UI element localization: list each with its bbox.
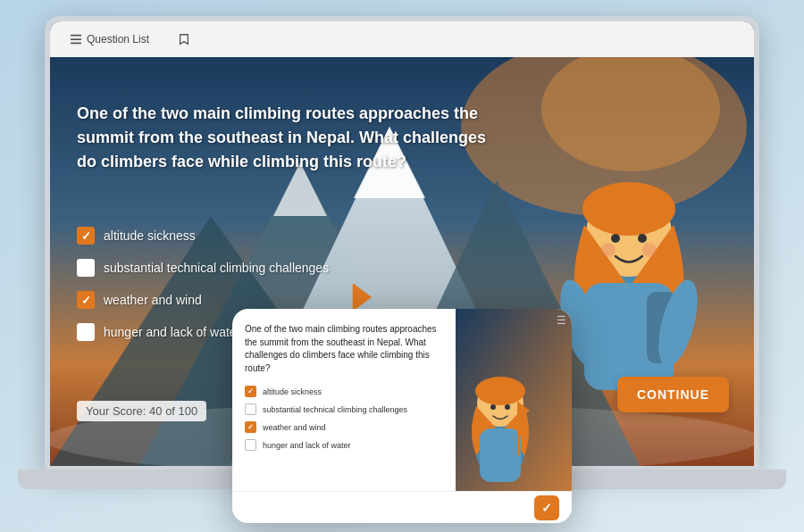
mobile-inner: One of the two main climbing routes appr… xyxy=(232,309,572,491)
svg-point-21 xyxy=(642,243,657,257)
option-item-3[interactable]: weather and wind xyxy=(77,291,329,309)
svg-marker-33 xyxy=(518,402,530,420)
checkbox-4[interactable] xyxy=(77,323,95,341)
svg-point-17 xyxy=(582,182,675,236)
continue-button[interactable]: CONTINUE xyxy=(617,377,729,412)
mobile-device: One of the two main climbing routes appr… xyxy=(232,309,572,523)
mobile-content: One of the two main climbing routes appr… xyxy=(232,309,456,491)
mobile-checkbox-2[interactable] xyxy=(245,403,256,415)
svg-point-20 xyxy=(601,243,616,257)
mobile-bottom-bar: ✓ xyxy=(232,491,572,523)
option-label-3: weather and wind xyxy=(104,293,202,307)
mobile-options-list: altitude sickness substantial technical … xyxy=(245,386,443,451)
mobile-option-1[interactable]: altitude sickness xyxy=(245,386,443,397)
option-item-2[interactable]: substantial technical climbing challenge… xyxy=(77,259,329,277)
mobile-option-3[interactable]: weather and wind xyxy=(245,421,443,433)
mobile-option-label-1: altitude sickness xyxy=(263,387,322,396)
mobile-checkbox-4[interactable] xyxy=(245,439,256,451)
svg-rect-2 xyxy=(71,43,81,45)
mobile-image-panel: ☰ xyxy=(456,309,572,491)
option-label-2: substantial technical climbing challenge… xyxy=(104,261,329,275)
score-text: Your Score: 40 of 100 xyxy=(77,401,206,421)
mobile-question-text: One of the two main climbing routes appr… xyxy=(245,323,443,375)
svg-rect-1 xyxy=(71,38,81,40)
bookmark-button[interactable] xyxy=(171,29,197,49)
question-text: One of the two main climbing routes appr… xyxy=(77,102,488,174)
svg-point-29 xyxy=(490,404,496,410)
checkbox-1[interactable] xyxy=(77,227,95,245)
mobile-checkbox-1[interactable] xyxy=(245,386,256,397)
svg-marker-14 xyxy=(354,284,372,311)
option-label-4: hunger and lack of water xyxy=(104,325,240,339)
question-list-button[interactable]: Question List xyxy=(63,29,156,49)
question-list-label: Question List xyxy=(87,33,149,46)
mobile-checkbox-3[interactable] xyxy=(245,421,256,433)
checkbox-3[interactable] xyxy=(77,291,95,309)
option-item-1[interactable]: altitude sickness xyxy=(77,227,329,245)
option-label-1: altitude sickness xyxy=(104,229,196,243)
mobile-option-label-2: substantial technical climbing challenge… xyxy=(263,405,407,414)
bookmark-icon xyxy=(178,33,190,46)
mobile-option-label-4: hunger and lack of water xyxy=(263,441,351,450)
mobile-check-button[interactable]: ✓ xyxy=(534,495,559,520)
mobile-option-4[interactable]: hunger and lack of water xyxy=(245,439,443,451)
list-icon xyxy=(70,33,82,46)
checkbox-2[interactable] xyxy=(77,259,95,277)
mobile-option-label-3: weather and wind xyxy=(263,423,326,432)
mobile-menu-icon: ☰ xyxy=(557,314,566,327)
scene: Question List xyxy=(0,0,804,532)
svg-point-18 xyxy=(611,234,620,243)
svg-rect-0 xyxy=(71,35,81,37)
mobile-option-2[interactable]: substantial technical climbing challenge… xyxy=(245,403,443,415)
svg-point-19 xyxy=(638,234,647,243)
screen-toolbar: Question List xyxy=(50,21,754,57)
